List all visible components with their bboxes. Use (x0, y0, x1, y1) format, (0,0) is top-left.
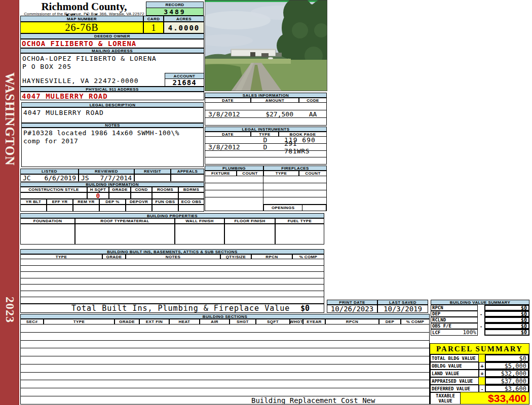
sales-title: SALES INFORMATION (205, 93, 327, 98)
mailing-line-2: P O BOX 205 (22, 63, 71, 70)
bs-col-shgt: SHGT (230, 319, 256, 325)
sales-code (299, 103, 326, 110)
empty-row (205, 176, 263, 183)
appeals-label: APPEALS (171, 169, 204, 174)
bvs-row-obsfe: OBS F/E - $0 (431, 323, 529, 329)
taxable-value-label: TAXABLE VALUE (430, 392, 461, 404)
col-wall-finish: WALL FINISH (175, 218, 224, 224)
lcf-label: LCF (432, 330, 440, 335)
col-cond: COND (131, 187, 152, 192)
empty-row (21, 297, 324, 304)
col-foundation: FOUNDATION (20, 218, 75, 224)
reviewed-date: 7/7/2014 (100, 174, 132, 182)
bvs-label: RCLND (431, 317, 478, 323)
print-date-value: 10/26/2023 (327, 305, 377, 313)
bs-col-extfin: EXT FIN (139, 319, 169, 325)
col-effyr: EFF YR (47, 199, 73, 205)
record-label: RECORD (146, 2, 204, 8)
li-type: D (251, 143, 279, 151)
bvs-row-lcf: LCF 100% $0 (431, 329, 529, 336)
empty-row (21, 341, 429, 349)
empty-row (21, 348, 429, 356)
listed-label: LISTED (20, 169, 79, 174)
yrblt-value (20, 205, 47, 212)
empty-row (21, 278, 324, 285)
ps-value: $3,600 (485, 385, 529, 392)
legal-instruments-title: LEGAL INSTRUMENTS (205, 127, 327, 132)
card-value: 1 (143, 22, 164, 33)
ps-value: $37,000 (485, 377, 529, 385)
replacement-cost-note: Building Replacement Cost New (21, 396, 375, 404)
bvs-value: $0 (484, 311, 529, 317)
building-properties-table: BUILDING PROPERTIES FOUNDATION ROOF TYPE… (20, 213, 324, 245)
bvs-value: $0 (484, 317, 529, 323)
bs-col-comp: % COMP (401, 319, 430, 325)
legal-description-value: 4047 MULBERRY ROAD (21, 107, 204, 123)
col-floor-finish: FLOOR FINISH (224, 218, 275, 224)
col-construction-style: CONSTRUCTION STYLE (20, 187, 87, 192)
li-col-date: DATE (205, 132, 251, 137)
ps-row-total-bldg: TOTAL BLDG VALUE $0 (430, 354, 529, 362)
bs-col-eyear: EYEAR (303, 319, 325, 325)
plumbing-fireplaces-table: PLUMBING FIREPLACES FIXTURE COUNT TYPE C… (205, 166, 327, 211)
empty-row (21, 333, 429, 341)
effyr-value (47, 205, 73, 212)
bs-col-sqft: SQFT (256, 319, 290, 325)
wall-finish-value (175, 224, 224, 245)
deeded-owner-value: OCHOA FILIBERTO & LORENA (20, 39, 204, 48)
fireplaces-rows: OPENINGS (263, 176, 327, 211)
bvs-op (478, 317, 484, 323)
empty-row (205, 183, 263, 190)
li-date: 3/8/2012 (205, 143, 251, 151)
record-value: 3489 (146, 8, 204, 16)
col-rooms: ROOMS (152, 187, 178, 192)
ps-value: $5,000 (485, 362, 529, 370)
bs-col-air: AIR (200, 319, 230, 325)
ps-op: + (479, 370, 485, 377)
bi-col-qtysize: QTY/SIZE (220, 254, 251, 259)
sales-date (205, 103, 251, 110)
col-fuel-type: FUEL TYPE (275, 218, 324, 224)
sales-row: 3/8/2012 $27,500 AA (205, 110, 326, 118)
empty-row (263, 176, 326, 183)
sales-col-amount: AMOUNT (251, 98, 299, 103)
li-type: D (251, 136, 279, 144)
col-ecoobs: ECO OBS (178, 199, 204, 205)
sales-code: AA (299, 110, 326, 118)
bi-col-comp: % COMP (292, 254, 324, 259)
acres-label: ACRES (164, 16, 204, 22)
bs-col-dep: DEP (379, 319, 401, 325)
sales-amount (251, 118, 299, 125)
col-deppct: DEP % (99, 199, 126, 205)
ps-row-taxable: TAXABLE VALUE $33,400 (430, 392, 529, 404)
empty-row (21, 380, 429, 388)
col-funobs: FUN OBS (152, 199, 178, 205)
building-info-values-1: 0 (20, 192, 204, 199)
visits-header-row: LISTED REVIEWED REVISIT APPEALS (20, 169, 204, 174)
col-grade: GRADE (109, 187, 131, 192)
empty-row (21, 272, 324, 278)
bvs-value: $0 (484, 329, 529, 336)
li-bookpage: 291 781WRS (279, 140, 326, 155)
built-ins-total-row: Total Built Ins, Plumbing & Fireplace Va… (20, 304, 324, 313)
bs-col-whgt: WHGT (290, 319, 303, 325)
bvs-value: $0 (484, 305, 529, 311)
listed-date: 6/6/2019 (44, 174, 76, 182)
bvs-label: OBS F/E (431, 323, 478, 329)
openings-label: OPENINGS (263, 205, 302, 211)
fireplaces-col-type: TYPE (263, 171, 299, 176)
bvs-label: DEP (431, 311, 478, 317)
lcf-percent: 100% (463, 329, 477, 336)
mailing-line-3: HAYNESVILLE, VA 22472-0000 (22, 77, 139, 85)
bi-col-rpcn: RPCN (251, 254, 292, 259)
empty-row (263, 183, 326, 190)
account-value: 21684 (165, 79, 204, 87)
empty-row (21, 325, 429, 333)
last-saved-value: 10/3/2019 (377, 305, 428, 313)
funobs-value (152, 205, 178, 212)
deppct-value (99, 205, 126, 212)
map-number-label: MAP NUMBER (20, 16, 143, 22)
sales-amount (251, 103, 299, 110)
ps-row-obldg: OBLDG VALUE + $5,000 (430, 362, 529, 370)
empty-row (263, 190, 326, 197)
